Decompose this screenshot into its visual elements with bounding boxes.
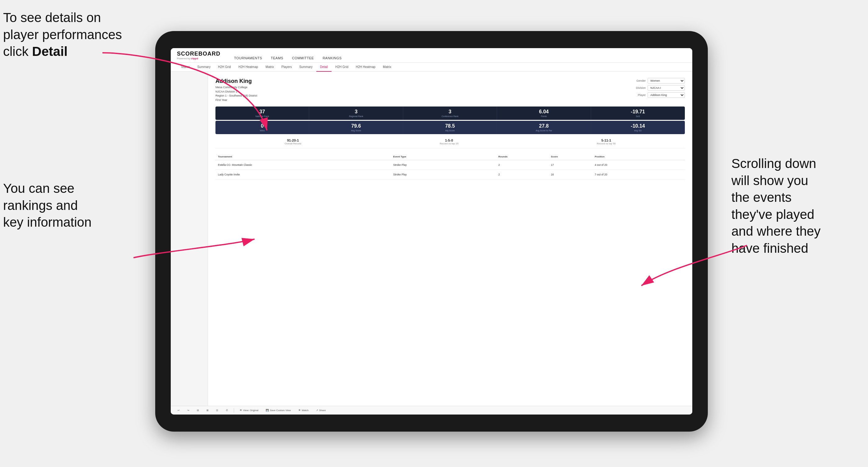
stat-adj-score-label: Adj Score	[405, 129, 495, 132]
record-top25: 1-5-0 Record vs top 25	[440, 138, 458, 145]
record-top50: 5-11-1 Record vs top 50	[597, 138, 616, 145]
stat-avg-par: 27.8 Avg Score to Par	[497, 121, 591, 134]
cell-tournament-1: Estella CC- Mountain Classic	[218, 163, 393, 166]
toolbar-zoom-in[interactable]: ⊞	[205, 408, 211, 413]
annotation-line1: To see details on	[3, 10, 101, 25]
record-top25-label: Record vs top 25	[440, 142, 458, 145]
annotation-bl-line3: key information	[3, 215, 92, 229]
nav-rankings[interactable]: RANKINGS	[318, 54, 346, 62]
records-row: 91-20-1 Overall Record 1-5-0 Record vs t…	[215, 138, 685, 148]
stat-regional-rank: 3 Regional Rank	[309, 106, 403, 120]
tab-summary2[interactable]: Summary	[296, 63, 316, 71]
stat-sos-value: -19.71	[593, 109, 683, 115]
tab-h2h-grid2[interactable]: H2H Grid	[332, 63, 352, 71]
annotation-line3-prefix: click	[3, 44, 32, 59]
record-overall-value: 91-20-1	[285, 138, 301, 142]
player-select[interactable]: Addison King	[648, 92, 685, 98]
arrow-to-stats	[130, 227, 261, 289]
col-score: Score	[551, 155, 595, 158]
table-row[interactable]: Lady Coyote Invite Stroke Play 2 16 7 ou…	[215, 170, 685, 180]
tab-matrix2[interactable]: Matrix	[379, 63, 395, 71]
gender-label: Gender	[632, 79, 646, 82]
stat-adj-score-value: 78.5	[405, 123, 495, 129]
table-row[interactable]: Estella CC- Mountain Classic Stroke Play…	[215, 160, 685, 170]
arrow-to-table	[632, 230, 750, 292]
col-position: Position	[595, 155, 682, 158]
nav-committee[interactable]: COMMITTEE	[288, 54, 318, 62]
stat-avg-par-value: 27.8	[499, 123, 589, 129]
toolbar-clock[interactable]: ⏱	[224, 408, 230, 413]
toolbar-share[interactable]: ↗ Share	[314, 408, 328, 413]
stat-points-label: Points	[499, 115, 589, 117]
view-icon: 👁	[240, 409, 242, 412]
player-label: Player	[632, 93, 646, 97]
gender-select[interactable]: Women	[648, 78, 685, 84]
toolbar-fit[interactable]: ⊡	[214, 408, 220, 413]
record-overall-label: Overall Record	[285, 142, 301, 145]
table-header: Tournament Event Type Rounds Score Posit…	[215, 153, 685, 160]
col-event-type: Event Type	[393, 155, 499, 158]
tab-h2h-heatmap2[interactable]: H2H Heatmap	[352, 63, 379, 71]
stats-grid-row1: 37 National Rank 3 Regional Rank 3 Confe…	[215, 106, 685, 120]
annotation-line3-bold: Detail	[32, 44, 67, 59]
toolbar-save[interactable]: 💾 Save Custom View	[264, 408, 292, 413]
annotation-r-line4: they've played	[732, 207, 814, 222]
stat-avg-score-value: 79.6	[311, 123, 401, 129]
record-top50-value: 5-11-1	[597, 138, 616, 142]
arrow-to-detail	[99, 50, 273, 136]
annotation-r-line2: will show you	[732, 173, 808, 188]
annotation-bl-line2: rankings and	[3, 198, 78, 213]
record-overall: 91-20-1 Overall Record	[285, 138, 301, 145]
stat-regional-rank-value: 3	[311, 109, 401, 115]
toolbar-divider	[234, 408, 234, 413]
watch-icon: 👁	[298, 409, 301, 412]
annotation-line2: player performances	[3, 27, 122, 42]
stat-avg-sg: -10.14 Avg SG	[591, 121, 685, 134]
stat-avg-sg-label: Avg SG	[593, 129, 683, 132]
bottom-toolbar: ↩ ↪ ⊟ ⊞ ⊡ ⏱ 👁 View: Original 💾 Save Cust…	[171, 406, 692, 414]
stat-avg-par-label: Avg Score to Par	[499, 129, 589, 132]
toolbar-zoom-out[interactable]: ⊟	[195, 408, 201, 413]
stat-points-value: 6.04	[499, 109, 589, 115]
stat-points: 6.04 Points	[497, 106, 591, 120]
stat-avg-score: 79.6 Avg Score	[309, 121, 403, 134]
stat-avg-sg-value: -10.14	[593, 123, 683, 129]
tab-players[interactable]: Players	[278, 63, 296, 71]
col-rounds: Rounds	[498, 155, 551, 158]
tab-detail[interactable]: Detail	[316, 63, 332, 72]
detail-panel: Addison King Mesa Community College NJCA…	[208, 72, 692, 406]
toolbar-view[interactable]: 👁 View: Original	[238, 408, 260, 413]
annotation-r-line1: Scrolling down	[732, 156, 816, 171]
cell-position-2: 7 out of 20	[595, 173, 682, 176]
cell-event-type-2: Stroke Play	[393, 173, 499, 176]
annotation-right: Scrolling down will show you the events …	[732, 155, 862, 257]
stat-adj-score: 78.5 Adj Score	[403, 121, 497, 134]
gender-filter-row: Gender Women	[632, 78, 685, 84]
cell-position-1: 4 out of 20	[595, 163, 682, 166]
cell-tournament-2: Lady Coyote Invite	[218, 173, 393, 176]
stat-sos-label: SoS	[593, 115, 683, 117]
division-filter-row: Division NJCAA I	[632, 85, 685, 91]
cell-event-type-1: Stroke Play	[393, 163, 499, 166]
stat-sos: -19.71 SoS	[591, 106, 685, 120]
player-filters: Gender Women Division NJCAA I	[632, 78, 685, 98]
stat-conference-rank: 3 Conference Rank	[403, 106, 497, 120]
stat-conference-rank-value: 3	[405, 109, 495, 115]
annotation-bl-line1: You can see	[3, 181, 74, 196]
stat-avg-score-label: Avg Score	[311, 129, 401, 132]
record-top25-value: 1-5-0	[440, 138, 458, 142]
toolbar-redo[interactable]: ↪	[185, 408, 191, 413]
toolbar-undo[interactable]: ↩	[176, 408, 182, 413]
division-label: Division	[632, 86, 646, 89]
cell-score-1: 17	[551, 163, 595, 166]
annotation-r-line3: the events	[732, 190, 792, 205]
toolbar-watch[interactable]: 👁 Watch	[297, 408, 310, 413]
cell-rounds-2: 2	[498, 173, 551, 176]
player-header: Addison King Mesa Community College NJCA…	[215, 78, 685, 102]
save-icon: 💾	[266, 409, 269, 412]
cell-rounds-1: 2	[498, 163, 551, 166]
player-filter-row: Player Addison King	[632, 92, 685, 98]
share-icon: ↗	[316, 409, 318, 412]
annotation-bottom-left: You can see rankings and key information	[3, 180, 92, 231]
division-select[interactable]: NJCAA I	[648, 85, 685, 91]
